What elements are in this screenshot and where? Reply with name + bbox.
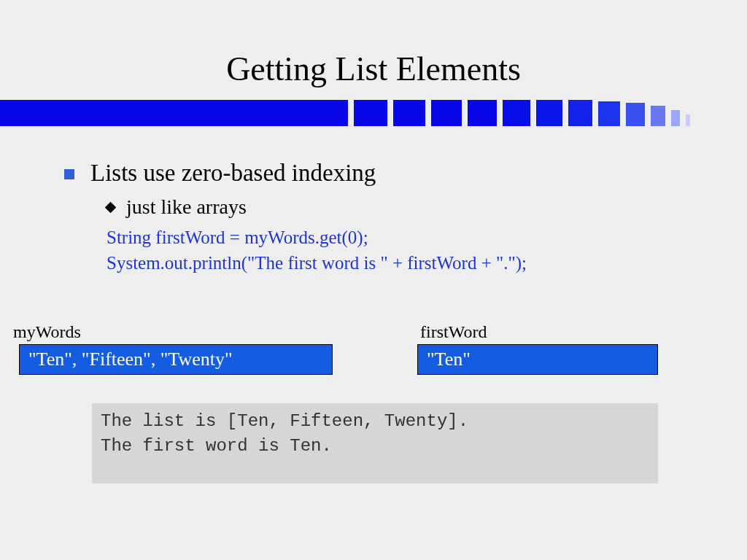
slide-body: Lists use zero-based indexing just like …: [0, 126, 747, 276]
bullet-level2: just like arrays: [126, 195, 247, 219]
square-bullet-icon: [64, 169, 74, 179]
stripe-block: [651, 106, 665, 126]
console-output: The list is [Ten, Fifteen, Twenty]. The …: [92, 403, 658, 483]
slide-title: Getting List Elements: [0, 0, 747, 100]
stripe-block: [503, 100, 530, 126]
var-label-mywords: myWords: [13, 322, 81, 342]
stripe-block: [354, 100, 387, 126]
var-box-mywords: "Ten", "Fifteen", "Twenty": [19, 344, 333, 375]
stripe-block: [431, 100, 462, 126]
stripe-block: [393, 100, 425, 126]
stripe-block: [671, 110, 680, 126]
var-label-firstword: firstWord: [420, 322, 487, 342]
stripe-block: [568, 100, 592, 126]
var-box-firstword: "Ten": [417, 344, 658, 375]
stripe-block: [468, 100, 497, 126]
code-line-1: String firstWord = myWords.get(0);: [107, 225, 747, 250]
stripe-block: [686, 114, 690, 126]
stripe-block: [536, 100, 562, 126]
decorative-stripe: [0, 100, 747, 126]
code-line-2: System.out.println("The first word is " …: [107, 250, 747, 276]
bullet-level1: Lists use zero-based indexing: [90, 160, 376, 187]
stripe-block: [626, 103, 645, 126]
stripe-block: [598, 101, 620, 126]
diamond-bullet-icon: [105, 202, 117, 214]
